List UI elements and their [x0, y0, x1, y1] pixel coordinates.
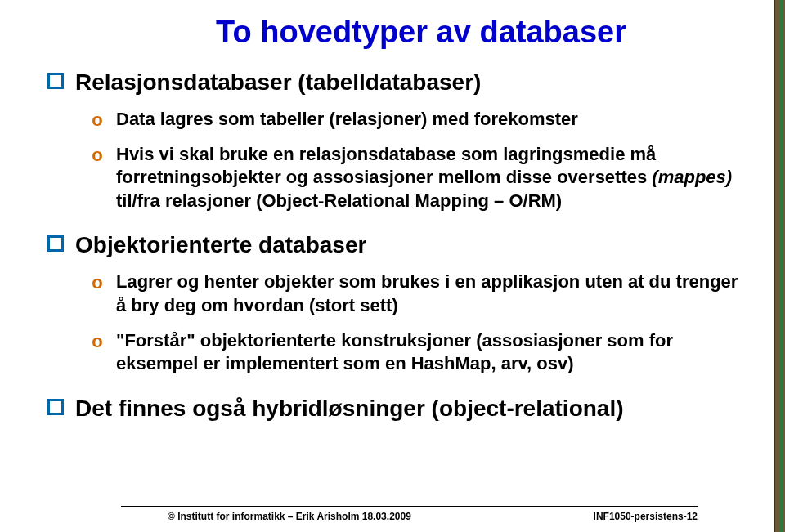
square-bullet-icon: [47, 399, 64, 415]
circle-bullet-icon: o: [90, 146, 105, 164]
footer-slide-id: INF1050-persistens-12: [594, 511, 698, 522]
bullet-level1: Det finnes også hybridløsninger (object-…: [47, 394, 752, 422]
bullet-level2: o Data lagres som tabeller (relasjoner) …: [90, 108, 752, 132]
text-italic: (mappes): [652, 167, 732, 187]
bullet-text: Lagrer og henter objekter som brukes i e…: [116, 270, 752, 317]
bullet-level1: Relasjonsdatabaser (tabelldatabaser): [47, 68, 752, 96]
bullet-level2: o "Forstår" objektorienterte konstruksjo…: [90, 329, 752, 376]
slide: To hovedtyper av databaser Relasjonsdata…: [0, 0, 785, 532]
circle-bullet-icon: o: [90, 333, 105, 351]
text-part: til/fra relasjoner (Object-Relational Ma…: [116, 190, 562, 211]
square-bullet-icon: [47, 73, 64, 89]
bullet-text: Relasjonsdatabaser (tabelldatabaser): [75, 68, 481, 96]
bullet-text: Objektorienterte databaser: [75, 230, 366, 259]
circle-bullet-icon: o: [90, 274, 105, 292]
bullet-level2: o Lagrer og henter objekter som brukes i…: [90, 270, 752, 317]
text-part: Hvis vi skal bruke en relasjonsdatabase …: [116, 144, 656, 188]
square-bullet-icon: [47, 235, 64, 252]
bullet-level1: Objektorienterte databaser: [47, 230, 752, 259]
footer-divider: [121, 506, 698, 507]
bullet-level2: o Hvis vi skal bruke en relasjonsdatabas…: [90, 143, 752, 213]
bullet-text: Det finnes også hybridløsninger (object-…: [75, 394, 624, 422]
bullet-text: Hvis vi skal bruke en relasjonsdatabase …: [116, 143, 752, 213]
decorative-stripe-inner: [780, 0, 783, 532]
footer-copyright: © Institutt for informatikk – Erik Arish…: [168, 511, 411, 522]
bullet-text: "Forstår" objektorienterte konstruksjone…: [116, 329, 752, 376]
slide-title: To hovedtyper av databaser: [90, 15, 752, 50]
slide-content: Relasjonsdatabaser (tabelldatabaser) o D…: [33, 68, 752, 422]
circle-bullet-icon: o: [90, 111, 105, 129]
decorative-stripe: [774, 0, 785, 532]
bullet-text: Data lagres som tabeller (relasjoner) me…: [116, 108, 578, 132]
